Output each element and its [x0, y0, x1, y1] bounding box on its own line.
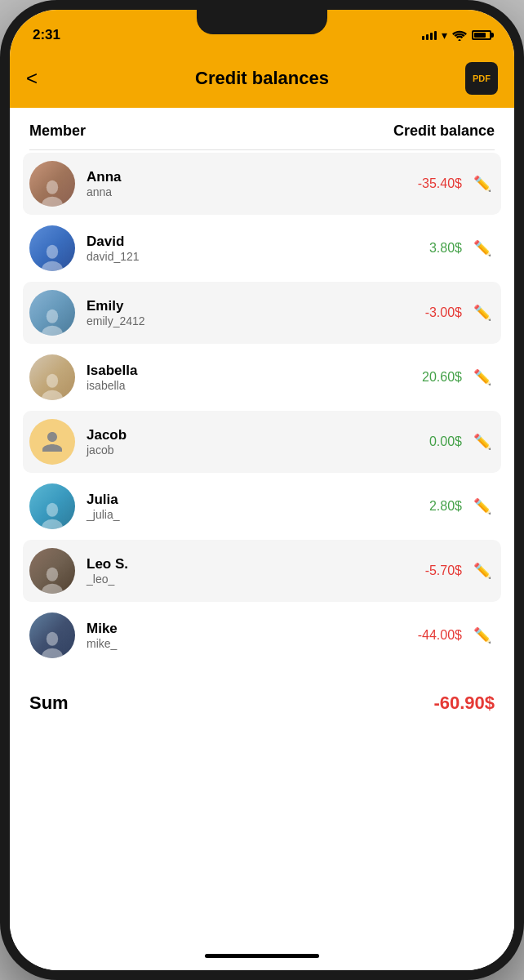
member-name: Mike: [87, 621, 405, 637]
member-name: Isabella: [87, 363, 405, 379]
member-name: Anna: [87, 169, 405, 185]
member-row: Isabella isabella 20.60$ ✏️: [29, 346, 495, 408]
member-list: Anna anna -35.40$ ✏️ David david_121: [29, 153, 495, 666]
member-row: Jacob jacob 0.00$ ✏️: [23, 411, 501, 473]
edit-button[interactable]: ✏️: [470, 301, 495, 325]
svg-point-5: [47, 310, 58, 323]
avatar-silhouette: [36, 498, 69, 529]
avatar: [29, 290, 75, 336]
member-username: _leo_: [87, 572, 405, 586]
page-title: Credit balances: [59, 68, 465, 89]
svg-point-8: [42, 390, 63, 400]
member-info: Isabella isabella: [87, 363, 405, 392]
member-info: Mike mike_: [87, 621, 405, 650]
avatar: [29, 225, 75, 271]
pdf-button[interactable]: PDF: [465, 62, 498, 95]
avatar: [29, 483, 75, 529]
member-balance-area: -5.70$ ✏️: [405, 559, 495, 583]
member-username: isabella: [87, 379, 405, 392]
member-balance: 0.00$: [405, 434, 462, 449]
member-row: Emily emily_2412 -3.00$ ✏️: [23, 282, 501, 344]
member-balance: 3.80$: [405, 241, 462, 256]
battery-icon: [472, 30, 491, 40]
person-icon: [40, 430, 64, 454]
member-row: David david_121 3.80$ ✏️: [29, 217, 495, 279]
member-balance: -44.00$: [405, 628, 462, 643]
avatar: [29, 419, 75, 465]
member-row: Mike mike_ -44.00$ ✏️: [29, 604, 495, 666]
svg-point-11: [47, 568, 58, 581]
edit-button[interactable]: ✏️: [470, 559, 495, 583]
member-name: Emily: [87, 298, 405, 314]
svg-point-7: [47, 374, 58, 388]
member-row: Leo S. _leo_ -5.70$ ✏️: [23, 540, 501, 602]
home-indicator: [10, 941, 514, 970]
svg-point-6: [42, 326, 63, 336]
wifi-icon: ▾: [442, 29, 447, 42]
svg-point-12: [42, 584, 63, 594]
avatar: [29, 548, 75, 594]
member-name: Julia: [87, 492, 405, 508]
member-info: Emily emily_2412: [87, 298, 405, 327]
signal-icon: [422, 31, 437, 40]
status-bar: 2:31 ▾: [10, 10, 514, 52]
member-username: david_121: [87, 250, 405, 263]
member-info: Leo S. _leo_: [87, 556, 405, 586]
member-balance-area: -35.40$ ✏️: [405, 172, 495, 196]
member-info: David david_121: [87, 234, 405, 263]
edit-button[interactable]: ✏️: [470, 365, 495, 390]
app-header: < Credit balances PDF: [10, 52, 514, 108]
sum-value: -60.90$: [433, 693, 495, 714]
phone-screen: 2:31 ▾: [10, 10, 514, 970]
member-balance-area: -3.00$ ✏️: [405, 301, 495, 325]
content-area: Member Credit balance Anna anna -35.40$ …: [10, 108, 514, 941]
edit-button[interactable]: ✏️: [470, 236, 495, 261]
svg-point-2: [42, 197, 63, 207]
sum-label: Sum: [29, 693, 69, 714]
avatar-silhouette: [36, 176, 69, 207]
notch: [197, 10, 327, 34]
member-username: emily_2412: [87, 314, 405, 327]
member-balance-area: 20.60$ ✏️: [405, 365, 495, 390]
svg-point-9: [47, 503, 58, 517]
status-icons: ▾: [422, 29, 491, 42]
svg-point-0: [459, 39, 461, 41]
sum-row: Sum -60.90$: [29, 673, 495, 727]
svg-point-1: [47, 180, 58, 194]
avatar-silhouette: [36, 305, 69, 336]
member-balance: -35.40$: [405, 176, 462, 191]
member-info: Julia _julia_: [87, 492, 405, 521]
member-balance: -5.70$: [405, 564, 462, 578]
status-time: 2:31: [33, 27, 60, 43]
member-balance-area: 0.00$ ✏️: [405, 430, 495, 454]
edit-button[interactable]: ✏️: [470, 172, 495, 196]
edit-button[interactable]: ✏️: [470, 430, 495, 454]
member-balance: -3.00$: [405, 305, 462, 320]
svg-point-10: [42, 519, 63, 529]
member-info: Jacob jacob: [87, 427, 405, 457]
avatar-silhouette: [36, 627, 69, 658]
column-member-label: Member: [29, 122, 86, 140]
pdf-icon: PDF: [473, 74, 491, 83]
edit-button[interactable]: ✏️: [470, 494, 495, 519]
avatar: [29, 354, 75, 400]
avatar-silhouette: [36, 240, 69, 271]
phone-frame: 2:31 ▾: [0, 0, 524, 980]
member-name: Leo S.: [87, 556, 405, 572]
member-username: mike_: [87, 637, 405, 650]
member-row: Anna anna -35.40$ ✏️: [23, 153, 501, 215]
avatar-silhouette: [36, 369, 69, 400]
member-name: David: [87, 234, 405, 250]
avatar-silhouette: [36, 563, 69, 594]
member-name: Jacob: [87, 427, 405, 443]
member-username: jacob: [87, 443, 405, 457]
svg-point-13: [47, 632, 58, 646]
svg-point-3: [47, 245, 58, 259]
svg-point-14: [42, 648, 63, 658]
edit-button[interactable]: ✏️: [470, 623, 495, 648]
member-balance-area: -44.00$ ✏️: [405, 623, 495, 648]
member-balance: 2.80$: [405, 499, 462, 514]
member-username: anna: [87, 185, 405, 198]
member-info: Anna anna: [87, 169, 405, 198]
back-button[interactable]: <: [26, 67, 59, 90]
